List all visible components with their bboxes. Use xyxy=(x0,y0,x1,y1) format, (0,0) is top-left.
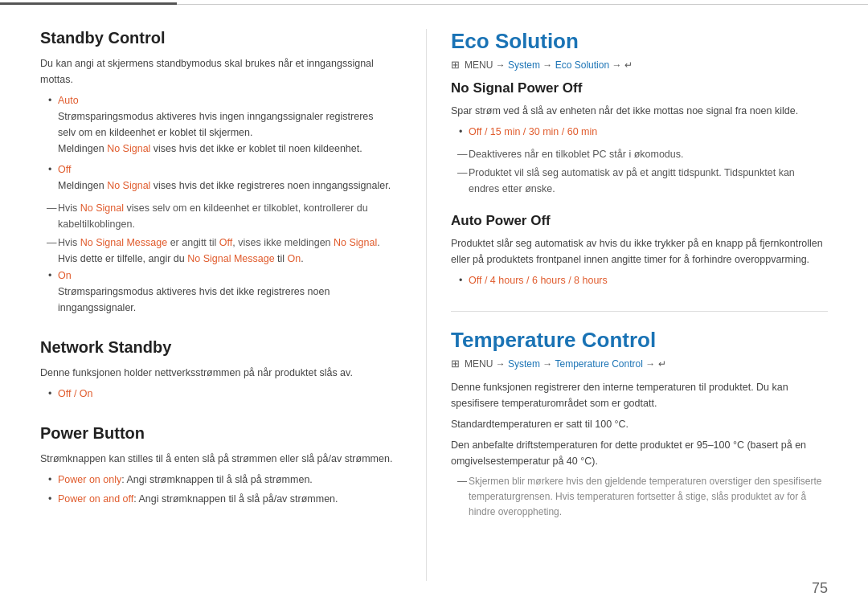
standby-auto-note: Meldingen No Signal vises hvis det ikke … xyxy=(58,143,362,154)
auto-power-off-heading: Auto Power Off xyxy=(451,213,828,229)
network-standby-item: Off / On xyxy=(48,386,394,402)
standby-item-auto: Auto Strømsparingsmodus aktiveres hvis i… xyxy=(48,92,394,157)
network-standby-description: Denne funksjonen holder nettverksstrømme… xyxy=(40,365,394,381)
indent-deactivated: Deaktiveres når en tilkoblet PC står i ø… xyxy=(451,146,828,162)
right-column: Eco Solution ⊞ MENU → System → Eco Solut… xyxy=(426,29,828,581)
standby-item-off: Off Meldingen No Signal vises hvis det i… xyxy=(48,161,394,194)
standby-control-section: Standby Control Du kan angi at skjermens… xyxy=(40,29,394,316)
left-column: Standby Control Du kan angi at skjermens… xyxy=(40,29,394,581)
standby-off-desc: Meldingen No Signal vises hvis det ikke … xyxy=(58,180,391,191)
no-signal-red-1: No Signal xyxy=(107,143,150,154)
eco-solution-link: Eco Solution xyxy=(555,59,609,71)
menu-path-text-temp: MENU → System → Temperature Control → ↵ xyxy=(465,358,666,370)
system-link-temp: System xyxy=(508,358,540,370)
temperature-control-link: Temperature Control xyxy=(555,358,642,370)
enter-icon-eco: ↵ xyxy=(624,59,633,71)
indent-cable: Hvis No Signal vises selv om en kildeenh… xyxy=(40,200,394,232)
section-divider xyxy=(451,311,828,312)
indent-auto-off: Produktet vil slå seg automatisk av på e… xyxy=(451,165,828,197)
temperature-control-heading: Temperature Control xyxy=(451,328,828,353)
system-link-eco: System xyxy=(508,59,540,71)
standby-items-list: Auto Strømsparingsmodus aktiveres hvis i… xyxy=(40,92,394,194)
no-signal-red-3: No Signal xyxy=(80,202,124,214)
standby-control-heading: Standby Control xyxy=(40,29,394,47)
auto-power-off-list: Off / 4 hours / 6 hours / 8 hours xyxy=(451,272,828,288)
auto-power-off-desc: Produktet slår seg automatisk av hvis du… xyxy=(451,235,828,268)
no-signal-power-off-section: No Signal Power Off Spar strøm ved å slå… xyxy=(451,80,828,197)
eco-solution-menu-path: ⊞ MENU → System → Eco Solution → ↵ xyxy=(451,59,828,71)
no-signal-message-red-2: No Signal Message xyxy=(187,253,274,264)
temp-para-1: Denne funksjonen registrerer den interne… xyxy=(451,379,828,411)
power-button-section: Power Button Strømknappen kan stilles ti… xyxy=(40,424,394,507)
enter-icon-temp: ↵ xyxy=(658,358,666,370)
power-button-description: Strømknappen kan stilles til å enten slå… xyxy=(40,451,394,467)
standby-on-list: On Strømsparingsmodus aktiveres hvis det… xyxy=(40,268,394,316)
power-button-heading: Power Button xyxy=(40,424,394,443)
on-red-1: On xyxy=(288,253,301,264)
power-on-only-item: Power on only: Angi strømknappen til å s… xyxy=(48,472,394,488)
main-content: Standby Control Du kan angi at skjermens… xyxy=(0,5,868,613)
temp-para-2: Standardtemperaturen er satt til 100 °C. xyxy=(451,416,828,432)
temp-para-3: Den anbefalte driftstemperaturen for det… xyxy=(451,437,828,469)
no-signal-power-off-item: Off / 15 min / 30 min / 60 min xyxy=(459,124,828,140)
standby-control-description: Du kan angi at skjermens standbymodus sk… xyxy=(40,55,394,88)
standby-auto-desc: Strømsparingsmodus aktiveres hvis ingen … xyxy=(58,111,374,138)
no-signal-message-red: No Signal Message xyxy=(80,237,167,248)
temperature-control-section: Temperature Control ⊞ MENU → System → Te… xyxy=(451,328,828,521)
standby-auto-label: Auto xyxy=(58,95,79,106)
power-on-off-text: : Angi strømknappen til å slå på/av strø… xyxy=(133,493,338,505)
menu-path-text-eco: MENU → System → Eco Solution → ↵ xyxy=(465,59,633,71)
auto-power-off-section: Auto Power Off Produktet slår seg automa… xyxy=(451,213,828,288)
standby-on-label: On xyxy=(58,270,72,281)
no-signal-power-off-heading: No Signal Power Off xyxy=(451,80,828,96)
menu-icon-eco: ⊞ xyxy=(451,59,460,71)
power-button-list: Power on only: Angi strømknappen til å s… xyxy=(40,472,394,507)
power-on-off-item: Power on and off: Angi strømknappen til … xyxy=(48,491,394,507)
temperature-control-menu-path: ⊞ MENU → System → Temperature Control → … xyxy=(451,358,828,370)
network-standby-heading: Network Standby xyxy=(40,338,394,357)
page-number: 75 xyxy=(812,580,828,597)
menu-icon-temp: ⊞ xyxy=(451,358,460,370)
power-on-only-label: Power on only xyxy=(58,474,121,485)
indent-temp-warning: Skjermen blir mørkere hvis den gjeldende… xyxy=(451,474,828,521)
power-on-off-label: Power on and off xyxy=(58,493,133,505)
network-standby-value: Off / On xyxy=(58,388,93,399)
no-signal-red-4: No Signal xyxy=(334,237,377,248)
no-signal-red-2: No Signal xyxy=(107,180,150,191)
auto-power-off-item: Off / 4 hours / 6 hours / 8 hours xyxy=(459,272,828,288)
no-signal-power-off-desc: Spar strøm ved å slå av enheten når det … xyxy=(451,103,828,119)
auto-power-off-value: Off / 4 hours / 6 hours / 8 hours xyxy=(469,275,608,286)
page: Standby Control Du kan angi at skjermens… xyxy=(0,0,868,613)
off-red-1: Off xyxy=(219,237,232,248)
indent-message-on: Hvis dette er tilfelle, angir du No Sign… xyxy=(40,253,394,264)
no-signal-power-off-list: Off / 15 min / 30 min / 60 min xyxy=(451,124,828,140)
standby-on-desc: Strømsparingsmodus aktiveres hvis det ik… xyxy=(58,286,330,313)
standby-off-label: Off xyxy=(58,164,71,175)
standby-item-on: On Strømsparingsmodus aktiveres hvis det… xyxy=(48,268,394,316)
network-standby-section: Network Standby Denne funksjonen holder … xyxy=(40,338,394,402)
power-on-only-text: : Angi strømknappen til å slå på strømme… xyxy=(121,474,313,485)
indent-message-off: Hvis No Signal Message er angitt til Off… xyxy=(40,235,394,251)
eco-solution-heading: Eco Solution xyxy=(451,29,828,54)
no-signal-power-off-value: Off / 15 min / 30 min / 60 min xyxy=(469,126,597,137)
network-standby-list: Off / On xyxy=(40,386,394,402)
eco-solution-section: Eco Solution ⊞ MENU → System → Eco Solut… xyxy=(451,29,828,288)
